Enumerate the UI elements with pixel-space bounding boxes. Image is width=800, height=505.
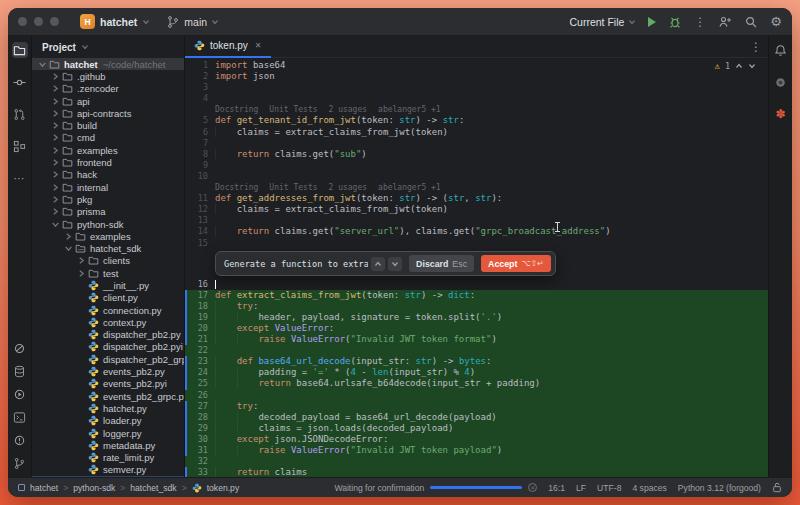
project-panel-header[interactable]: Project — [32, 36, 184, 58]
vcs-branch-widget[interactable]: main — [166, 15, 219, 29]
zencoder-tool-button[interactable] — [12, 340, 28, 356]
close-window-button[interactable] — [18, 17, 27, 26]
chevron-right-icon[interactable] — [51, 183, 60, 192]
database-tool-button[interactable] — [12, 363, 28, 379]
code-with-me-icon[interactable] — [718, 15, 732, 29]
tree-item-context-py[interactable]: context.py — [32, 316, 184, 328]
tree-item-connection-py[interactable]: connection.py — [32, 304, 184, 316]
ai-prompt-input[interactable]: Generate a function to extract claims fr… — [224, 259, 368, 269]
search-icon[interactable] — [744, 15, 758, 29]
more-tool-windows-icon[interactable]: ⋯ — [12, 170, 28, 186]
commit-tool-button[interactable] — [12, 74, 28, 90]
unlock-icon[interactable] — [772, 482, 782, 493]
encoding-widget[interactable]: UTF-8 — [597, 483, 621, 493]
accept-button[interactable]: Accept⌥⇧↵ — [481, 255, 551, 272]
tree-item-prisma[interactable]: prisma — [32, 206, 184, 218]
services-tool-button[interactable] — [12, 386, 28, 402]
chevron-right-icon[interactable] — [64, 232, 73, 241]
tab-options-icon[interactable]: ⋮ — [750, 40, 762, 54]
zoom-window-button[interactable] — [50, 17, 59, 26]
chevron-right-icon[interactable] — [51, 133, 60, 142]
interpreter-widget[interactable]: Python 3.12 (forgood) — [678, 483, 761, 493]
tree-item-examples[interactable]: examples — [32, 230, 184, 242]
run-configuration-selector[interactable]: Current File — [569, 16, 636, 28]
chevron-down-icon[interactable] — [38, 60, 47, 69]
chevron-right-icon[interactable] — [51, 170, 60, 179]
line-ending-widget[interactable]: LF — [576, 483, 586, 493]
debug-button[interactable] — [668, 15, 682, 29]
code-vision-inlay[interactable]: DocstringUnit Tests2 usagesabelanger5 +1 — [185, 182, 768, 193]
tree-item-rate-limit-py[interactable]: rate_limit.py — [32, 452, 184, 464]
tree-item-events-pb2-py[interactable]: events_pb2.py — [32, 365, 184, 377]
tree-item-frontend[interactable]: frontend — [32, 156, 184, 168]
tree-item-pkg[interactable]: pkg — [32, 193, 184, 205]
git-tool-button[interactable] — [12, 455, 28, 471]
plugin-flower-button[interactable]: ✽ — [773, 106, 789, 122]
tree-item-events-pb2-pyi[interactable]: events_pb2.pyi — [32, 378, 184, 390]
pull-requests-tool-button[interactable] — [12, 106, 28, 122]
chevron-right-icon[interactable] — [51, 97, 60, 106]
tree-item-internal[interactable]: internal — [32, 181, 184, 193]
code-vision-inlay[interactable]: DocstringUnit Tests2 usagesabelanger5 +1 — [185, 104, 768, 115]
code-editor[interactable]: ⚠ 1 1import base642import json34Docstrin… — [185, 58, 768, 477]
breadcrumb-item[interactable]: token.py — [207, 483, 240, 493]
tab-token-py[interactable]: token.py ✕ — [185, 36, 271, 58]
tree-item-events-pb2-grpc-py[interactable]: events_pb2_grpc.py — [32, 390, 184, 402]
tree-item-api-contracts[interactable]: api-contracts — [32, 107, 184, 119]
tree-item--init-py[interactable]: __init__.py — [32, 279, 184, 291]
problems-tool-button[interactable] — [12, 432, 28, 448]
tree-item-client-py[interactable]: client.py — [32, 292, 184, 304]
tree-item-hatchet[interactable]: hatchet~/code/hatchet — [32, 58, 184, 70]
minimize-window-button[interactable] — [34, 17, 43, 26]
tree-item-hatchet-py[interactable]: hatchet.py — [32, 402, 184, 414]
tree-item-examples[interactable]: examples — [32, 144, 184, 156]
chevron-right-icon[interactable] — [51, 121, 60, 130]
tree-item-api[interactable]: api — [32, 95, 184, 107]
tree-item-clients[interactable]: clients — [32, 255, 184, 267]
breadcrumb-item[interactable]: hatchet — [30, 483, 58, 493]
chevron-right-icon[interactable] — [51, 207, 60, 216]
breadcrumb-item[interactable]: python-sdk — [73, 483, 115, 493]
settings-gear-icon[interactable]: ⚙ — [770, 15, 782, 29]
tree-item-hack[interactable]: hack — [32, 169, 184, 181]
prompt-history-down-button[interactable] — [388, 257, 402, 271]
tree-item-hatchet-sdk[interactable]: hatchet_sdk — [32, 242, 184, 254]
more-actions-icon[interactable]: ⋮ — [694, 15, 706, 29]
run-button[interactable] — [648, 17, 656, 27]
chevron-right-icon[interactable] — [51, 84, 60, 93]
tree-item--zencoder[interactable]: .zencoder — [32, 83, 184, 95]
tree-item-build[interactable]: build — [32, 119, 184, 131]
chevron-right-icon[interactable] — [51, 146, 60, 155]
breadcrumb-item[interactable]: hatchet_sdk — [130, 483, 176, 493]
tree-item-dispatcher-pb2-py[interactable]: dispatcher_pb2.py — [32, 329, 184, 341]
tree-item-logger-py[interactable]: logger.py — [32, 427, 184, 439]
tree-item-metadata-py[interactable]: metadata.py — [32, 439, 184, 451]
chevron-right-icon[interactable] — [51, 158, 60, 167]
chevron-right-icon[interactable] — [77, 269, 86, 278]
tree-item--github[interactable]: .github — [32, 70, 184, 82]
chevron-down-icon[interactable] — [51, 220, 60, 229]
chevron-down-icon[interactable] — [64, 244, 73, 253]
project-widget[interactable]: H hatchet — [80, 14, 150, 29]
chevron-right-icon[interactable] — [77, 256, 86, 265]
indent-widget[interactable]: 4 spaces — [632, 483, 666, 493]
tree-item-dispatcher-pb2-grpc-py[interactable]: dispatcher_pb2_grpc.py — [32, 353, 184, 365]
structure-tool-button[interactable] — [12, 138, 28, 154]
terminal-tool-button[interactable] — [12, 409, 28, 425]
chevron-right-icon[interactable] — [51, 195, 60, 204]
chevron-right-icon[interactable] — [51, 109, 60, 118]
cancel-task-icon[interactable]: ✕ — [528, 483, 537, 492]
notifications-button[interactable] — [773, 42, 789, 58]
tree-item-test[interactable]: test — [32, 267, 184, 279]
tree-item-dispatcher-pb2-pyi[interactable]: dispatcher_pb2.pyi — [32, 341, 184, 353]
discard-button[interactable]: DiscardEsc — [409, 255, 474, 272]
tree-item-python-sdk[interactable]: python-sdk — [32, 218, 184, 230]
close-tab-icon[interactable]: ✕ — [255, 41, 262, 50]
tree-item-semver-py[interactable]: semver.py — [32, 464, 184, 476]
tree-item-cmd[interactable]: cmd — [32, 132, 184, 144]
project-tool-button[interactable] — [12, 42, 28, 58]
chevron-right-icon[interactable] — [51, 72, 60, 81]
ai-assistant-button[interactable] — [773, 74, 789, 90]
prompt-history-up-button[interactable] — [371, 257, 385, 271]
tree-item-loader-py[interactable]: loader.py — [32, 415, 184, 427]
